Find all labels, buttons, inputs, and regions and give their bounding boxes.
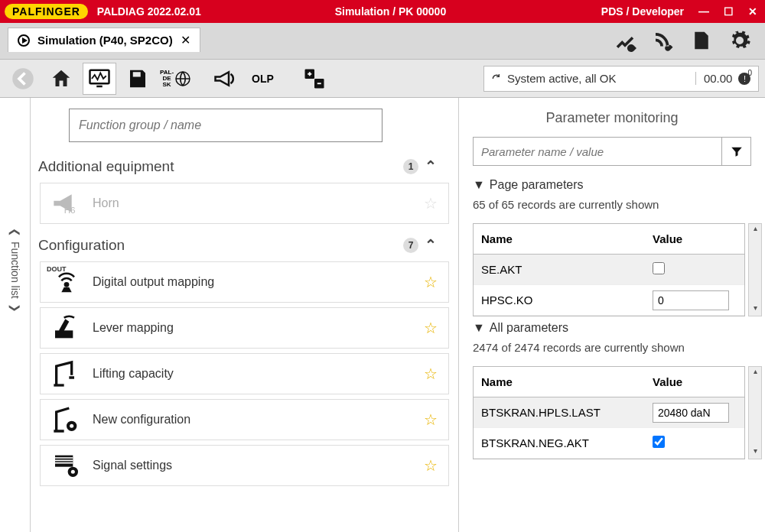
chevron-up-icon[interactable]: ⌃	[425, 157, 437, 175]
status-time: 00.00	[695, 72, 733, 85]
param-checkbox[interactable]	[653, 262, 665, 274]
back-button[interactable]	[6, 63, 40, 95]
add-remove-button[interactable]	[298, 63, 331, 95]
star-icon[interactable]: ☆	[424, 273, 438, 291]
play-icon	[18, 34, 30, 47]
item-label: Horn	[93, 196, 413, 210]
group-configuration[interactable]: Configuration 7 ⌃	[31, 229, 458, 261]
star-icon[interactable]: ☆	[424, 410, 438, 429]
star-icon[interactable]: ☆	[424, 319, 438, 337]
item-signal-settings[interactable]: Signal settings ☆	[40, 445, 449, 486]
maximize-button[interactable]: ☐	[716, 5, 741, 18]
tab-bar: Simulation (P40, SP2CO) ✕	[0, 23, 765, 60]
signal-search-icon[interactable]	[652, 29, 675, 52]
table-row[interactable]: BTSKRAN.HPLS.LAST	[474, 397, 744, 428]
section-all-parameters[interactable]: ▼ All parameters	[473, 321, 751, 335]
star-icon[interactable]: ☆	[424, 365, 438, 383]
document-title: Simulation / PK 00000	[290, 5, 487, 18]
col-name: Name	[474, 375, 653, 388]
table-scrollbar[interactable]: ▴▾	[748, 223, 762, 316]
group-label: Configuration	[38, 237, 403, 254]
param-name: BTSKRAN.NEG.AKT	[474, 436, 653, 449]
side-rail[interactable]: ❮Function list❯	[0, 98, 31, 532]
dout-tag: DOUT	[47, 265, 67, 273]
paldesk-text3: SK	[162, 82, 171, 88]
close-button[interactable]: ✕	[741, 5, 765, 18]
col-value: Value	[653, 232, 744, 245]
tab-label: Simulation (P40, SP2CO)	[37, 34, 173, 47]
horn-icon: H6	[51, 188, 82, 219]
star-icon[interactable]: ☆	[424, 456, 438, 475]
tab-simulation[interactable]: Simulation (P40, SP2CO) ✕	[8, 28, 200, 52]
item-lifting-capacity[interactable]: Lifting capacity ☆	[40, 353, 449, 394]
item-label: Digital output mapping	[93, 275, 413, 289]
col-value: Value	[653, 375, 744, 388]
function-list-pane: Additional equipment 1 ⌃ H6 Horn ☆ Confi…	[31, 98, 459, 532]
param-input[interactable]	[653, 290, 729, 310]
parameter-title: Parameter monitoring	[462, 98, 762, 137]
status-badge-count: 0	[747, 69, 752, 77]
item-label: Lever mapping	[93, 321, 413, 335]
item-label: Signal settings	[93, 459, 413, 472]
all-record-summary: 2474 of 2474 records are currently shown	[473, 335, 751, 362]
item-horn[interactable]: H6 Horn ☆	[40, 183, 449, 224]
status-arrow-icon	[490, 73, 503, 85]
paldesk-button[interactable]: PAL-DESK	[159, 63, 193, 95]
svg-rect-2	[96, 85, 103, 87]
svg-text:H6: H6	[64, 205, 76, 215]
svg-point-7	[64, 282, 70, 287]
star-icon[interactable]: ☆	[424, 194, 438, 212]
item-lever-mapping[interactable]: Lever mapping ☆	[40, 307, 449, 349]
horn-button[interactable]	[208, 63, 242, 95]
svg-point-13	[71, 470, 75, 474]
param-name: BTSKRAN.HPLS.LAST	[474, 406, 653, 419]
toolbar: PAL-DESK OLP System active, all OK 00.00…	[0, 60, 765, 98]
function-search-input[interactable]	[69, 109, 382, 142]
param-name: HPSC.KO	[474, 294, 653, 307]
group-count-badge: 7	[403, 238, 418, 253]
parameter-search-input[interactable]	[473, 137, 722, 166]
status-box: System active, all OK 00.00 ! 0	[483, 66, 759, 92]
brush-search-icon[interactable]	[614, 29, 636, 52]
page-record-summary: 65 of 65 records are currently shown	[473, 192, 751, 219]
status-text: System active, all OK	[507, 72, 617, 85]
document-icon[interactable]	[690, 29, 713, 52]
user-mode: PDS / Developer	[487, 5, 692, 18]
signal-gear-icon	[51, 450, 82, 481]
olp-button[interactable]: OLP	[246, 63, 279, 95]
brand-logo: PALFINGER	[5, 4, 88, 19]
svg-point-0	[12, 68, 34, 89]
monitor-button[interactable]	[83, 63, 116, 95]
chevron-up-icon[interactable]: ⌃	[425, 236, 437, 254]
item-digital-output-mapping[interactable]: DOUT Digital output mapping ☆	[40, 261, 449, 303]
save-button[interactable]	[121, 63, 155, 95]
group-count-badge: 1	[403, 159, 418, 174]
section-page-parameters[interactable]: ▼ Page parameters	[473, 178, 751, 192]
filter-button[interactable]	[722, 137, 751, 166]
tab-close-icon[interactable]: ✕	[181, 33, 190, 47]
svg-rect-11	[55, 456, 73, 467]
svg-point-10	[70, 424, 73, 428]
param-name: SE.AKT	[474, 263, 653, 276]
table-scrollbar[interactable]: ▴▾	[748, 366, 762, 459]
table-row[interactable]: SE.AKT	[474, 255, 744, 285]
crane-icon	[51, 358, 82, 389]
section-title: Page parameters	[490, 178, 584, 192]
table-row[interactable]: HPSC.KO	[474, 285, 744, 316]
group-additional-equipment[interactable]: Additional equipment 1 ⌃	[31, 150, 458, 183]
gear-icon[interactable]	[728, 29, 751, 52]
title-bar: PALFINGER PALDIAG 2022.02.01 Simulation …	[0, 0, 765, 23]
crane-gear-icon	[51, 404, 82, 435]
item-new-configuration[interactable]: New configuration ☆	[40, 399, 449, 440]
table-row[interactable]: BTSKRAN.NEG.AKT	[474, 428, 744, 459]
col-name: Name	[474, 232, 653, 245]
param-checkbox[interactable]	[653, 436, 665, 448]
all-parameters-table: NameValue BTSKRAN.HPLS.LAST BTSKRAN.NEG.…	[473, 366, 745, 459]
item-label: New configuration	[93, 413, 413, 427]
home-button[interactable]	[44, 63, 78, 95]
param-input[interactable]	[653, 403, 729, 423]
lever-icon	[51, 313, 82, 343]
minimize-button[interactable]: —	[692, 5, 716, 18]
sidebar-label: Function list	[9, 242, 21, 299]
section-title: All parameters	[490, 321, 568, 335]
